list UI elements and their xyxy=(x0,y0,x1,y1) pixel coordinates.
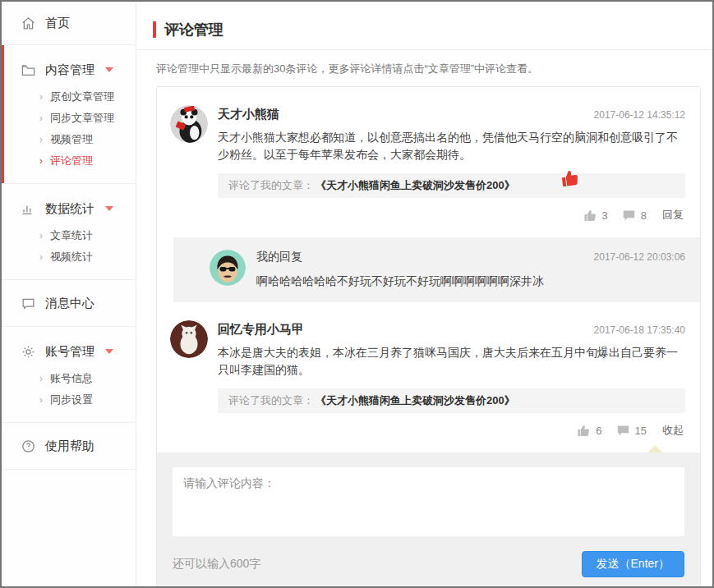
comment-item: 回忆专用小马甲 2017-06-18 17:35:40 本冰是唐大夫的表姐，本冰… xyxy=(157,314,700,449)
sidebar: 首页 内容管理 原创文章管理 同步文章管理 视频管理 评论管理 xyxy=(2,2,136,586)
reply-count-button[interactable]: 15 xyxy=(616,424,647,438)
sidebar-group-label: 内容管理 xyxy=(45,62,94,78)
question-icon xyxy=(20,438,36,454)
like-button[interactable]: 6 xyxy=(577,424,601,438)
comment-content: 本冰是唐大夫的表姐，本冰在三月养了猫咪马国庆，唐大夫后来在五月中旬爆出自己要养一… xyxy=(218,344,685,379)
chat-bubble-icon xyxy=(20,295,36,311)
sidebar-divider xyxy=(2,469,136,470)
sidebar-sublist-account: 账号信息 同步设置 xyxy=(2,366,136,416)
reply-link[interactable]: 回复 xyxy=(662,208,684,223)
comment-item: 天才小熊猫 2017-06-12 14:35:12 天才小熊猫大家想必都知道，以… xyxy=(157,99,700,234)
sidebar-group-content: 内容管理 原创文章管理 同步文章管理 视频管理 评论管理 xyxy=(2,45,136,183)
gear-icon xyxy=(20,343,36,360)
avatar-panda xyxy=(170,105,208,143)
avatar-cat xyxy=(170,320,208,358)
sidebar-group-account: 账号管理 账号信息 同步设置 xyxy=(2,327,136,422)
sidebar-item-original-articles[interactable]: 原创文章管理 xyxy=(2,86,136,108)
send-button[interactable]: 发送（Enter） xyxy=(582,551,684,577)
comment-actions: 6 15 收起 xyxy=(218,413,685,449)
chevron-down-icon xyxy=(105,206,113,211)
sidebar-item-data-stats[interactable]: 数据统计 xyxy=(2,194,136,223)
sidebar-item-message-center[interactable]: 消息中心 xyxy=(2,280,136,326)
comment-timestamp: 2017-06-12 14:35:12 xyxy=(594,109,685,121)
sidebar-item-sync-articles[interactable]: 同步文章管理 xyxy=(2,108,136,129)
sidebar-group-label: 账号管理 xyxy=(45,344,94,360)
active-group-indicator xyxy=(2,45,4,183)
chevron-down-icon xyxy=(105,349,113,354)
sidebar-item-home[interactable]: 首页 xyxy=(2,2,136,44)
reply-count-button[interactable]: 8 xyxy=(622,209,647,223)
pointer-up-icon xyxy=(647,445,662,452)
sidebar-item-video-stats[interactable]: 视频统计 xyxy=(2,246,136,268)
article-title-link[interactable]: 《天才小熊猫闲鱼上卖破洞沙发售价200》 xyxy=(316,393,515,408)
sidebar-item-account-management[interactable]: 账号管理 xyxy=(2,337,136,366)
comment-bubble-icon xyxy=(622,209,636,223)
comment-content: 天才小熊猫大家想必都知道，以创意恶搞出名的他，凭借他天马行空的脑洞和创意吸引了不… xyxy=(218,129,685,163)
sidebar-item-video-management[interactable]: 视频管理 xyxy=(2,129,136,150)
reply-count: 15 xyxy=(635,425,647,437)
page-title: 评论管理 xyxy=(164,20,223,39)
sidebar-item-article-stats[interactable]: 文章统计 xyxy=(2,225,136,246)
sidebar-item-help[interactable]: 使用帮助 xyxy=(2,423,136,469)
sidebar-sublist-content: 原创文章管理 同步文章管理 视频管理 评论管理 xyxy=(2,85,136,177)
like-count: 6 xyxy=(596,425,601,437)
title-accent-bar xyxy=(153,21,156,38)
collapse-link[interactable]: 收起 xyxy=(662,423,684,438)
thumb-up-icon xyxy=(577,424,591,438)
avatar-my-reply xyxy=(210,250,246,286)
app-window: 首页 内容管理 原创文章管理 同步文章管理 视频管理 评论管理 xyxy=(0,0,714,588)
thumb-up-icon xyxy=(583,209,597,223)
comment-input-block: 还可以输入600字 发送（Enter） xyxy=(157,452,700,586)
sidebar-item-sync-settings[interactable]: 同步设置 xyxy=(2,389,136,411)
char-counter: 还可以输入600字 xyxy=(173,557,260,572)
article-reference-bar: 评论了我的文章： 《天才小熊猫闲鱼上卖破洞沙发售价200》 xyxy=(218,173,685,198)
sidebar-item-content-management[interactable]: 内容管理 xyxy=(2,55,136,85)
my-reply-name: 我的回复 xyxy=(256,250,302,264)
bar-chart-icon xyxy=(20,200,36,217)
comment-bubble-icon xyxy=(616,424,630,438)
chevron-down-icon xyxy=(105,67,113,72)
sidebar-sublist-stats: 文章统计 视频统计 xyxy=(2,223,136,273)
sidebar-group-label: 数据统计 xyxy=(45,201,94,217)
sidebar-group-stats: 数据统计 文章统计 视频统计 xyxy=(2,184,136,279)
article-label: 评论了我的文章： xyxy=(228,393,314,408)
article-reference-bar: 评论了我的文章： 《天才小熊猫闲鱼上卖破洞沙发售价200》 xyxy=(218,388,685,413)
comment-actions: 3 8 回复 xyxy=(218,198,685,234)
comment-notice: 评论管理中只显示最新的30条评论，更多评论详情请点击“文章管理”中评论查看。 xyxy=(136,50,712,86)
sidebar-item-label: 使用帮助 xyxy=(45,439,94,454)
like-count: 3 xyxy=(602,209,608,222)
article-title-link[interactable]: 《天才小熊猫闲鱼上卖破洞沙发售价200》 xyxy=(316,178,515,193)
comment-timestamp: 2017-06-18 17:35:40 xyxy=(594,324,685,336)
my-reply-timestamp: 2017-06-12 20:03:06 xyxy=(594,251,685,263)
comment-panel: 天才小熊猫 2017-06-12 14:35:12 天才小熊猫大家想必都知道，以… xyxy=(156,86,701,586)
comment-input[interactable] xyxy=(173,467,684,536)
my-reply-content: 啊哈哈哈哈哈哈不好玩不好玩不好玩啊啊啊啊啊啊深井冰 xyxy=(256,273,685,289)
sidebar-item-label: 首页 xyxy=(45,16,70,31)
sidebar-item-comment-management[interactable]: 评论管理 xyxy=(2,150,136,172)
red-thumb-up-icon xyxy=(559,167,581,189)
sidebar-item-account-info[interactable]: 账号信息 xyxy=(2,368,136,389)
home-icon xyxy=(20,15,36,31)
folder-icon xyxy=(20,62,36,78)
sidebar-item-label: 消息中心 xyxy=(45,296,94,311)
commenter-name: 回忆专用小马甲 xyxy=(218,322,304,338)
my-reply-block: 我的回复 2017-06-12 20:03:06 啊哈哈哈哈哈哈不好玩不好玩不好… xyxy=(173,237,700,302)
like-button[interactable]: 3 xyxy=(583,209,608,223)
reply-count: 8 xyxy=(641,209,647,222)
page-title-row: 评论管理 xyxy=(136,2,712,49)
commenter-name: 天才小熊猫 xyxy=(218,107,279,122)
article-label: 评论了我的文章： xyxy=(228,178,314,193)
main-content: 评论管理 评论管理中只显示最新的30条评论，更多评论详情请点击“文章管理”中评论… xyxy=(136,2,712,586)
